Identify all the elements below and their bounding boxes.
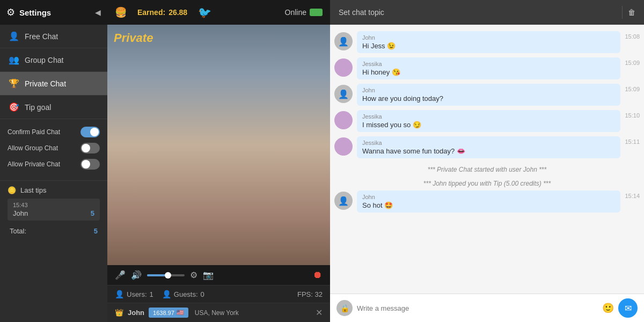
message-bubble: John Hi Jess 😉 <box>357 31 620 53</box>
message-bubble: John How are you doing today? <box>357 84 620 106</box>
sidebar-item-tip-goal[interactable]: 🎯 Tip goal <box>0 96 107 119</box>
message-content: Jessika Hi honey 😘 <box>357 57 620 79</box>
sidebar-item-free-chat[interactable]: 👤 Free Chat <box>0 25 107 48</box>
chat-messages[interactable]: 👤 John Hi Jess 😉 15:08 Jessika Hi honey … <box>330 25 644 294</box>
tip-time: 15:43 <box>13 202 94 208</box>
tip-row: 15:43 John 5 <box>8 199 100 221</box>
message-row: 👤 John So hot 🤩 15:14 <box>334 191 640 213</box>
message-bubble: Jessika Hi honey 😘 <box>357 57 620 79</box>
private-label: Private <box>114 31 153 45</box>
tip-goal-icon: 🎯 <box>9 102 19 112</box>
message-input[interactable] <box>357 304 598 312</box>
guests-label: Guests: <box>174 290 198 298</box>
earned-section: Earned: 26.88 <box>137 8 187 17</box>
message-bubble: Jessika Wanna have some fun today? 👄 <box>357 136 620 158</box>
free-chat-icon: 👤 <box>9 31 19 41</box>
user-badge: 1638.97 🇺🇸 <box>149 308 188 318</box>
message-row: Jessika Wanna have some fun today? 👄 15:… <box>334 136 640 158</box>
volume-bar[interactable] <box>147 274 185 276</box>
confirm-paid-toggle[interactable] <box>80 127 100 137</box>
message-content: Jessika Wanna have some fun today? 👄 <box>357 136 620 158</box>
message-content: John So hot 🤩 <box>357 191 620 213</box>
avatar <box>334 58 353 77</box>
message-text: I missed you so 😏 <box>362 121 615 129</box>
message-text: Hi Jess 😉 <box>362 42 615 50</box>
message-bubble: Jessika I missed you so 😏 <box>357 110 620 132</box>
message-time: 15:08 <box>625 31 640 40</box>
message-sender: John <box>362 87 615 93</box>
guests-count: 0 <box>201 290 204 298</box>
tip-goal-label: Tip goal <box>25 103 51 112</box>
video-background <box>107 25 330 265</box>
user-location: USA, New York <box>195 309 239 317</box>
fps-label: FPS: <box>297 290 313 298</box>
avatar: 👤 <box>334 85 353 103</box>
earned-value: 26.88 <box>169 8 187 17</box>
allow-private-label: Allow Private Chat <box>8 160 60 168</box>
camera-icon[interactable]: 📷 <box>203 270 214 280</box>
avatar <box>334 137 353 156</box>
chat-topic-title: Set chat topic <box>339 8 384 17</box>
allow-private-row: Allow Private Chat <box>8 159 100 170</box>
message-time: 15:10 <box>625 110 640 119</box>
user-row: 👑 John 1638.97 🇺🇸 USA, New York ✕ <box>107 303 330 322</box>
message-time: 15:14 <box>625 191 640 199</box>
online-label: Online <box>285 8 306 17</box>
tip-user: John <box>13 209 28 217</box>
allow-private-toggle[interactable] <box>80 159 100 170</box>
system-message: *** John tipped you with Tip (5.00 credi… <box>334 177 640 191</box>
avatar <box>334 111 353 129</box>
message-sender: John <box>362 34 615 41</box>
message-row: 👤 John How are you doing today? 15:09 <box>334 84 640 106</box>
emoji-button[interactable]: 🙂 <box>602 302 614 314</box>
last-tips-title: 🪙 Last tips <box>8 186 100 194</box>
user-credits: 1638.97 <box>153 310 174 316</box>
users-count: 1 <box>150 290 153 298</box>
message-sender: Jessika <box>362 113 615 120</box>
crown-icon: 👑 <box>115 309 123 317</box>
message-content: John Hi Jess 😉 <box>357 31 620 53</box>
message-content: John How are you doing today? <box>357 84 620 106</box>
settings-ctrl-icon[interactable]: ⚙ <box>190 270 197 280</box>
video-controls: 🎤 🔊 ⚙ 📷 ⏺ <box>107 265 330 285</box>
sidebar: ⚙ Settings ◀ 👤 Free Chat 👥 Group Chat 🏆 … <box>0 0 107 322</box>
private-chat-icon: 🏆 <box>9 78 19 89</box>
twitter-icon[interactable]: 🐦 <box>198 6 211 19</box>
chat-panel: Set chat topic 🗑 👤 John Hi Jess 😉 15:08 … <box>330 0 644 322</box>
avatar: 👤 <box>334 32 353 50</box>
sidebar-item-group-chat[interactable]: 👥 Group Chat <box>0 48 107 72</box>
allow-group-toggle[interactable] <box>80 143 100 153</box>
sidebar-item-private-chat[interactable]: 🏆 Private Chat <box>0 72 107 96</box>
toggles-section: Confirm Paid Chat Allow Group Chat Allow… <box>0 119 107 181</box>
avatar: 👤 <box>334 192 353 210</box>
header-separator <box>622 6 623 19</box>
message-sender: Jessika <box>362 61 615 67</box>
message-text: How are you doing today? <box>362 94 615 103</box>
record-icon[interactable]: ⏺ <box>313 269 323 281</box>
group-chat-icon: 👥 <box>9 55 19 65</box>
model-image <box>107 25 330 265</box>
tip-amount: 5 <box>91 209 94 217</box>
message-bubble: John So hot 🤩 <box>357 191 620 213</box>
close-user-button[interactable]: ✕ <box>316 308 323 318</box>
last-tips-section: 🪙 Last tips 15:43 John 5 Total: 5 <box>0 181 107 322</box>
send-button[interactable]: ✉ <box>618 298 638 318</box>
mic-icon[interactable]: 🎤 <box>115 270 126 280</box>
users-bar: 👤 Users: 1 👤 Guests: 0 FPS: 32 <box>107 285 330 303</box>
total-row: Total: 5 <box>8 224 100 238</box>
online-indicator <box>310 9 323 16</box>
message-text: So hot 🤩 <box>362 201 615 209</box>
message-sender: John <box>362 194 615 200</box>
input-avatar: 🔒 <box>336 300 353 316</box>
last-tips-label: Last tips <box>20 186 46 194</box>
message-row: 👤 John Hi Jess 😉 15:08 <box>334 31 640 53</box>
chat-input-bar: 🔒 🙂 ✉ <box>330 294 644 322</box>
chat-header: Set chat topic 🗑 <box>330 0 644 25</box>
volume-icon[interactable]: 🔊 <box>131 270 142 280</box>
center-panel: 🍔 Earned: 26.88 🐦 Online Private 🎤 🔊 ⚙ 📷… <box>107 0 330 322</box>
video-container: Private <box>107 25 330 265</box>
volume-knob <box>165 272 171 279</box>
sidebar-collapse-icon[interactable]: ◀ <box>95 8 101 17</box>
trash-icon[interactable]: 🗑 <box>628 8 635 17</box>
guest-count-icon: 👤 <box>162 290 171 298</box>
